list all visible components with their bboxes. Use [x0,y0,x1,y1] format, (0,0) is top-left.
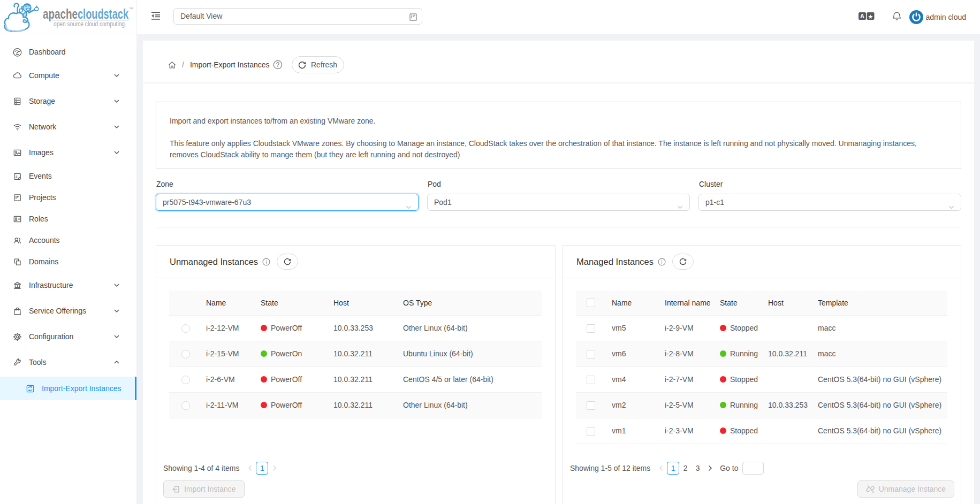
svg-text:™: ™ [129,6,133,11]
svg-text:★: ★ [868,13,873,20]
svg-text:apache: apache [43,6,78,21]
svg-text:open source cloud computing: open source cloud computing [54,20,125,28]
svg-text:A: A [860,13,864,19]
svg-text:cloudstack: cloudstack [78,6,129,21]
